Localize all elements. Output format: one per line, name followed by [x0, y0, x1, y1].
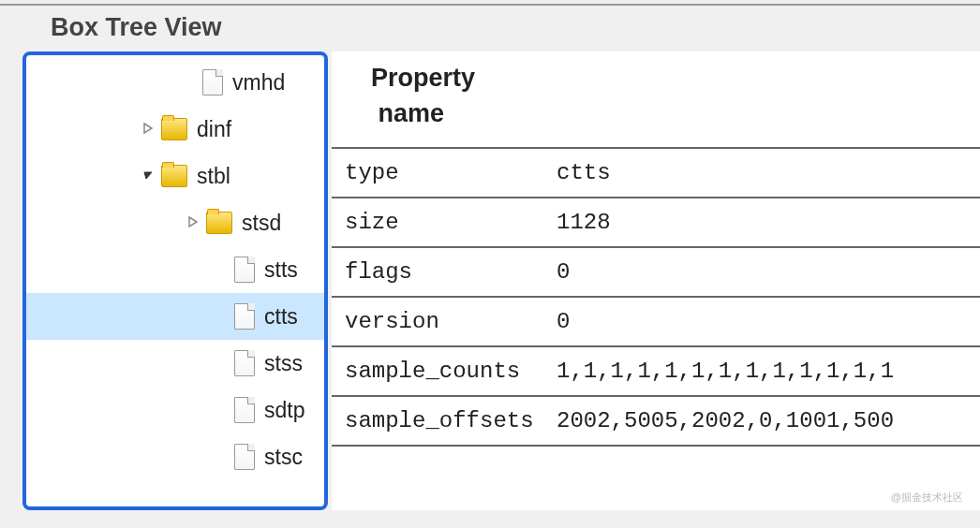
property-value: ctts [557, 149, 980, 197]
file-icon [234, 444, 255, 470]
property-row: size1128 [332, 197, 980, 246]
tree-item-label: stbl [197, 164, 230, 189]
property-header-line1: Property [371, 64, 475, 92]
file-icon [234, 257, 255, 283]
panel-container: vmhddinfstblstsdsttscttsstsssdtpstsc Pro… [0, 51, 980, 510]
tree-item-stsd[interactable]: stsd [26, 199, 324, 246]
tree-item-label: stsd [242, 211, 281, 236]
expander-none [184, 76, 197, 89]
folder-icon [161, 118, 187, 140]
property-name: size [332, 198, 557, 246]
tree-item-stsc[interactable]: stsc [26, 433, 324, 480]
watermark: @掘金技术社区 [891, 491, 963, 505]
property-value: 1,1,1,1,1,1,1,1,1,1,1,1,1 [557, 347, 980, 395]
tree-item-label: stts [264, 257, 298, 283]
tree-item-dinf[interactable]: dinf [26, 106, 324, 153]
tree-panel: vmhddinfstblstsdsttscttsstsssdtpstsc [22, 51, 328, 510]
panel-title: Box Tree View [0, 6, 980, 51]
property-value: 1128 [557, 198, 980, 246]
tree-item-sdtp[interactable]: sdtp [26, 387, 324, 433]
tree-item-stbl[interactable]: stbl [26, 153, 324, 199]
expander-closed-icon[interactable] [187, 216, 200, 229]
property-row: sample_counts1,1,1,1,1,1,1,1,1,1,1,1,1 [332, 345, 980, 395]
property-name: version [332, 298, 557, 345]
property-row: typectts [332, 147, 980, 197]
expander-none [215, 357, 229, 370]
folder-icon [206, 212, 232, 234]
property-value: 2002,5005,2002,0,1001,500 [557, 397, 980, 445]
folder-icon [161, 165, 187, 187]
property-name: sample_offsets [332, 397, 557, 445]
property-name: sample_counts [332, 347, 557, 395]
property-row: sample_offsets2002,5005,2002,0,1001,500 [332, 395, 980, 447]
property-name: flags [332, 248, 557, 296]
expander-none [215, 263, 229, 276]
tree-item-label: sdtp [264, 398, 304, 423]
expander-closed-icon[interactable] [142, 123, 156, 136]
file-icon [234, 303, 255, 330]
tree-item-label: vmhd [232, 70, 285, 95]
property-panel: Property name typecttssize1128flags0vers… [332, 51, 980, 510]
file-icon [234, 397, 255, 423]
property-header: Property name [332, 51, 980, 147]
property-row: version0 [332, 296, 980, 345]
expander-none [215, 310, 229, 323]
tree-item-stss[interactable]: stss [26, 340, 324, 387]
tree-item-label: stsc [264, 445, 303, 470]
tree-item-label: ctts [264, 304, 298, 330]
file-icon [202, 69, 223, 95]
tree-item-label: dinf [197, 117, 231, 142]
tree-item-label: stss [264, 351, 303, 376]
property-row: flags0 [332, 246, 980, 296]
tree: vmhddinfstblstsdsttscttsstsssdtpstsc [26, 55, 324, 480]
property-header-line2: name [379, 99, 445, 127]
property-value: 0 [557, 298, 980, 345]
tree-item-ctts[interactable]: ctts [26, 293, 324, 340]
property-value: 0 [557, 248, 980, 296]
expander-none [215, 450, 229, 463]
property-name: type [332, 149, 557, 197]
expander-none [215, 403, 229, 417]
expander-open-icon[interactable] [142, 169, 156, 183]
property-table: typecttssize1128flags0version0sample_cou… [332, 147, 980, 447]
tree-item-stts[interactable]: stts [26, 246, 324, 293]
file-icon [234, 350, 255, 376]
tree-item-vmhd[interactable]: vmhd [26, 59, 324, 106]
